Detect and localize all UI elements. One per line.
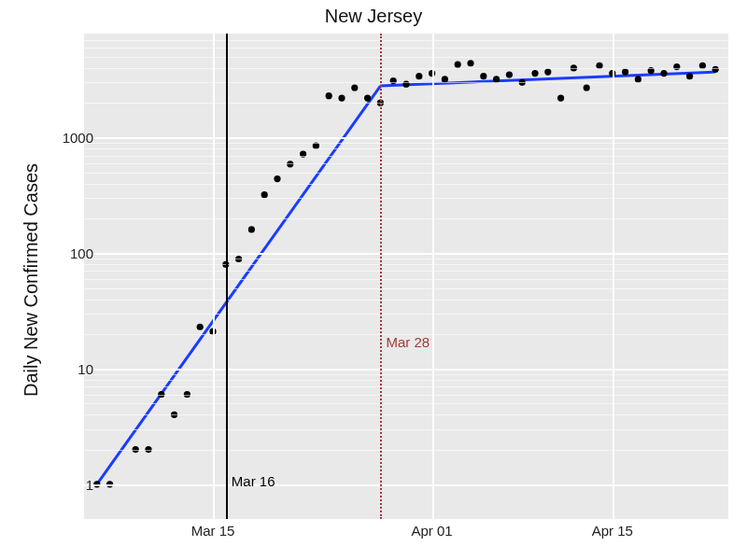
data-point bbox=[467, 60, 473, 66]
y-tick: 10 bbox=[37, 361, 93, 377]
reference-label: Mar 16 bbox=[232, 473, 275, 489]
plot-svg bbox=[84, 34, 728, 519]
data-point bbox=[686, 73, 693, 79]
data-point bbox=[197, 324, 204, 330]
y-tick: 1000 bbox=[37, 130, 93, 146]
data-point bbox=[248, 226, 255, 232]
chart-container: New Jersey Daily New Confirmed Cases Mar… bbox=[0, 0, 747, 560]
data-point bbox=[557, 94, 564, 101]
x-tick: Mar 15 bbox=[191, 523, 235, 539]
data-point bbox=[622, 68, 628, 75]
data-point bbox=[506, 71, 513, 77]
data-point bbox=[455, 61, 461, 67]
reference-line bbox=[226, 34, 228, 519]
plot-area: Mar 16Mar 28 bbox=[84, 34, 728, 519]
data-point bbox=[351, 84, 358, 91]
data-point bbox=[300, 150, 306, 157]
data-point bbox=[480, 73, 486, 79]
data-point bbox=[712, 66, 719, 73]
x-tick: Apr 15 bbox=[592, 523, 633, 539]
data-point bbox=[544, 68, 551, 75]
data-point bbox=[326, 92, 332, 99]
data-point bbox=[364, 94, 371, 101]
data-point bbox=[416, 73, 422, 79]
data-point bbox=[274, 175, 280, 182]
data-point bbox=[584, 84, 590, 91]
y-tick: 100 bbox=[37, 245, 93, 261]
data-point bbox=[531, 70, 538, 77]
reference-line bbox=[380, 34, 382, 519]
x-tick: Apr 01 bbox=[411, 523, 452, 539]
fit-line bbox=[97, 86, 381, 484]
data-point bbox=[338, 94, 345, 101]
chart-title: New Jersey bbox=[0, 6, 747, 27]
reference-label: Mar 28 bbox=[386, 334, 430, 350]
data-point bbox=[660, 70, 667, 77]
data-point bbox=[673, 63, 680, 70]
y-tick: 1 bbox=[37, 476, 93, 492]
